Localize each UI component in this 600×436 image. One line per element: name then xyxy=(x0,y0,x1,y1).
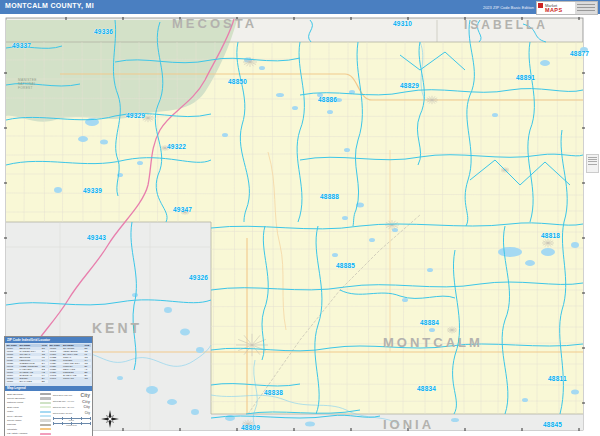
zip-label-48809: 48809 xyxy=(241,424,260,431)
marketmaps-logo: Market MAPS xyxy=(536,1,598,15)
edition-label: 2023 ZIP Code Basic Edition xyxy=(483,5,534,10)
legend-items: State BoundaryCounty BoundaryNational Fo… xyxy=(5,391,52,436)
index-table-right: ZIP CodeZIP NameGrid48888STANTONE348891V… xyxy=(49,344,91,380)
zip-label-48884: 48884 xyxy=(420,319,439,326)
logo-square-icon xyxy=(538,3,543,8)
legend-item-label: US / State Highway xyxy=(7,432,28,435)
legend-item-label: County Name xyxy=(7,419,22,422)
legend-swatch-icon xyxy=(40,411,51,413)
zip-label-49347: 49347 xyxy=(173,206,192,213)
legend-swatch-icon xyxy=(40,424,51,426)
county-label-montcalm: MONTCALM xyxy=(383,335,483,350)
logo-mark: Market MAPS xyxy=(537,2,575,14)
legend-swatch-icon xyxy=(40,397,51,399)
logo-text: MAPS xyxy=(545,7,563,13)
index-row: 48886SIX LAKESE2 xyxy=(6,380,48,383)
legend-item-label: State Boundary xyxy=(7,393,23,396)
zip-label-48888: 48888 xyxy=(320,193,339,200)
legend-swatch-icon xyxy=(40,406,51,408)
legend-body: State BoundaryCounty BoundaryNational Fo… xyxy=(5,391,92,436)
legend-swatch-icon xyxy=(40,428,51,430)
map-page: MONTCALM COUNTY, MI 2023 ZIP Code Basic … xyxy=(0,0,600,436)
title-bar: MONTCALM COUNTY, MI 2023 ZIP Code Basic … xyxy=(0,0,600,14)
zip-label-48845: 48845 xyxy=(543,421,562,428)
zip-label-48818: 48818 xyxy=(541,232,560,239)
legend-item-label: State Land xyxy=(7,406,19,409)
zip-label-49329: 49329 xyxy=(126,112,145,119)
legend-swatch-icon xyxy=(40,415,51,417)
page-title: MONTCALM COUNTY, MI xyxy=(5,2,94,9)
index-table-left: ZIP CodeZIP NameGrid48809BELDINGD548811C… xyxy=(6,344,48,383)
forest-label: MANISTEE NATIONAL FOREST xyxy=(18,78,37,90)
zip-label-48838: 48838 xyxy=(264,389,283,396)
legend-item-label: Water xyxy=(7,410,13,413)
legend-swatch-icon xyxy=(40,402,51,404)
map-canvas[interactable]: MANISTEE NATIONAL FOREST MECOSTAISABELLA… xyxy=(0,14,600,436)
legend-item-label: River / Stream xyxy=(7,415,22,418)
legend-swatch-icon xyxy=(40,419,51,421)
zip-label-49336: 49336 xyxy=(94,28,113,35)
margin-note xyxy=(586,154,599,173)
city-size-label: Cities Over 100,000 xyxy=(53,394,72,396)
zip-label-49337: 49337 xyxy=(12,42,31,49)
legend-item-label: Railroad xyxy=(7,423,16,426)
city-size-sample: City xyxy=(85,411,90,415)
zip-label-49343: 49343 xyxy=(87,234,106,241)
city-size-row: Cities Under 10,000City xyxy=(53,410,90,416)
city-size-sample: City xyxy=(84,405,90,409)
zip-label-48885: 48885 xyxy=(336,262,355,269)
zip-label-48891: 48891 xyxy=(516,74,535,81)
legend-city-sizes: Cities Over 100,000CityCities 25,000 - 9… xyxy=(52,391,92,436)
city-size-sample: City xyxy=(81,392,90,398)
legend-item-label: National Forest xyxy=(7,401,23,404)
city-size-label: Cities 10,000 - 24,999 xyxy=(53,406,74,408)
zip-label-49326: 49326 xyxy=(189,274,208,281)
zip-label-49310: 49310 xyxy=(393,20,412,27)
legend-item-label: County Boundary xyxy=(7,397,25,400)
county-label-ionia: IONIA xyxy=(383,417,434,432)
legend-swatch-icon xyxy=(40,393,51,395)
county-label-isabella: ISABELLA xyxy=(464,18,548,32)
zip-label-48829: 48829 xyxy=(400,82,419,89)
zip-label-48811: 48811 xyxy=(548,375,567,382)
zip-label-48877: 48877 xyxy=(570,50,589,57)
zip-label-48834: 48834 xyxy=(417,385,436,392)
legend-item-label: Interstate xyxy=(7,428,17,431)
scale-bar: Miles xyxy=(53,418,90,421)
city-size-sample: City xyxy=(82,399,90,404)
city-size-label: Cities 25,000 - 99,999 xyxy=(53,400,74,402)
zip-label-48886: 48886 xyxy=(318,96,337,103)
city-size-label: Cities Under 10,000 xyxy=(53,412,72,414)
legend-panel: ZIP Code Index/Grid Locator ZIP CodeZIP … xyxy=(4,336,93,436)
zip-label-49339: 49339 xyxy=(83,187,102,194)
scale-bar: Kilometers xyxy=(53,423,90,426)
index-row: 49347TRUFANTC3 xyxy=(49,377,91,380)
county-label-mecosta: MECOSTA xyxy=(172,16,257,31)
zip-index-table: ZIP CodeZIP NameGrid48809BELDINGD548811C… xyxy=(5,343,92,386)
legend-swatch-icon xyxy=(40,433,51,435)
zip-label-48850: 48850 xyxy=(228,78,247,85)
logo-fineprint xyxy=(575,2,597,14)
county-label-kent: KENT xyxy=(92,320,142,336)
zip-label-49322: 49322 xyxy=(167,143,186,150)
